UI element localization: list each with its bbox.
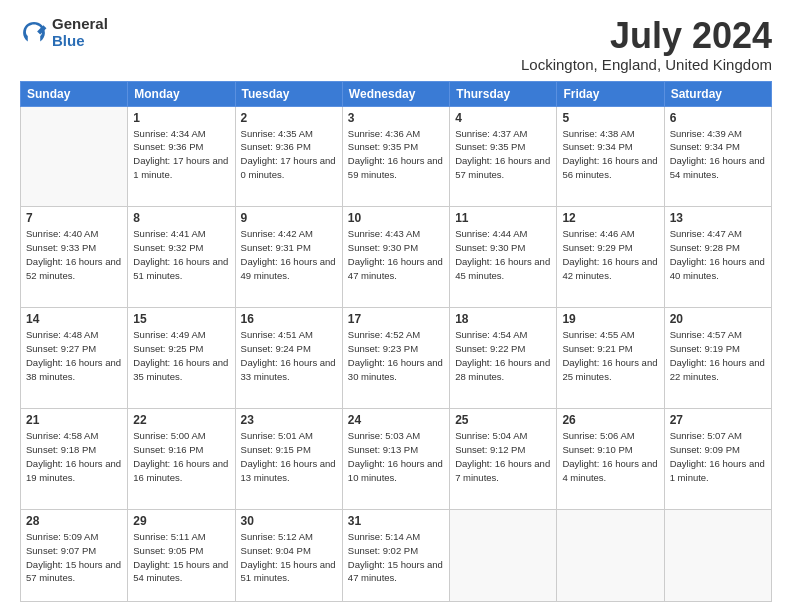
calendar-cell-w3-d1: 14Sunrise: 4:48 AM Sunset: 9:27 PM Dayli… xyxy=(21,308,128,409)
calendar-cell-w3-d6: 19Sunrise: 4:55 AM Sunset: 9:21 PM Dayli… xyxy=(557,308,664,409)
day-number: 26 xyxy=(562,413,658,427)
day-info: Sunrise: 4:35 AM Sunset: 9:36 PM Dayligh… xyxy=(241,127,337,182)
day-number: 16 xyxy=(241,312,337,326)
day-number: 7 xyxy=(26,211,122,225)
calendar-cell-w1-d1 xyxy=(21,106,128,207)
day-number: 1 xyxy=(133,111,229,125)
calendar-cell-w3-d5: 18Sunrise: 4:54 AM Sunset: 9:22 PM Dayli… xyxy=(450,308,557,409)
calendar-cell-w2-d2: 8Sunrise: 4:41 AM Sunset: 9:32 PM Daylig… xyxy=(128,207,235,308)
day-number: 21 xyxy=(26,413,122,427)
calendar-cell-w2-d6: 12Sunrise: 4:46 AM Sunset: 9:29 PM Dayli… xyxy=(557,207,664,308)
calendar-cell-w3-d2: 15Sunrise: 4:49 AM Sunset: 9:25 PM Dayli… xyxy=(128,308,235,409)
day-number: 2 xyxy=(241,111,337,125)
day-info: Sunrise: 4:58 AM Sunset: 9:18 PM Dayligh… xyxy=(26,429,122,484)
day-info: Sunrise: 4:54 AM Sunset: 9:22 PM Dayligh… xyxy=(455,328,551,383)
day-number: 6 xyxy=(670,111,766,125)
calendar-cell-w2-d5: 11Sunrise: 4:44 AM Sunset: 9:30 PM Dayli… xyxy=(450,207,557,308)
day-info: Sunrise: 4:47 AM Sunset: 9:28 PM Dayligh… xyxy=(670,227,766,282)
calendar-cell-w1-d5: 4Sunrise: 4:37 AM Sunset: 9:35 PM Daylig… xyxy=(450,106,557,207)
calendar-cell-w4-d6: 26Sunrise: 5:06 AM Sunset: 9:10 PM Dayli… xyxy=(557,409,664,510)
calendar-cell-w1-d4: 3Sunrise: 4:36 AM Sunset: 9:35 PM Daylig… xyxy=(342,106,449,207)
calendar-cell-w4-d4: 24Sunrise: 5:03 AM Sunset: 9:13 PM Dayli… xyxy=(342,409,449,510)
calendar-table: Sunday Monday Tuesday Wednesday Thursday… xyxy=(20,81,772,602)
calendar-cell-w5-d5 xyxy=(450,510,557,602)
day-number: 18 xyxy=(455,312,551,326)
day-number: 31 xyxy=(348,514,444,528)
day-info: Sunrise: 4:46 AM Sunset: 9:29 PM Dayligh… xyxy=(562,227,658,282)
day-number: 29 xyxy=(133,514,229,528)
day-info: Sunrise: 5:03 AM Sunset: 9:13 PM Dayligh… xyxy=(348,429,444,484)
calendar-cell-w5-d7 xyxy=(664,510,771,602)
day-info: Sunrise: 4:55 AM Sunset: 9:21 PM Dayligh… xyxy=(562,328,658,383)
day-number: 24 xyxy=(348,413,444,427)
page: General Blue July 2024 Lockington, Engla… xyxy=(0,0,792,612)
day-number: 19 xyxy=(562,312,658,326)
day-number: 3 xyxy=(348,111,444,125)
header-monday: Monday xyxy=(128,81,235,106)
logo-general-text: General xyxy=(52,16,108,33)
calendar-cell-w5-d1: 28Sunrise: 5:09 AM Sunset: 9:07 PM Dayli… xyxy=(21,510,128,602)
calendar-cell-w2-d7: 13Sunrise: 4:47 AM Sunset: 9:28 PM Dayli… xyxy=(664,207,771,308)
day-info: Sunrise: 5:14 AM Sunset: 9:02 PM Dayligh… xyxy=(348,530,444,585)
day-info: Sunrise: 4:37 AM Sunset: 9:35 PM Dayligh… xyxy=(455,127,551,182)
day-number: 23 xyxy=(241,413,337,427)
day-number: 5 xyxy=(562,111,658,125)
logo-blue-text: Blue xyxy=(52,33,108,50)
calendar-cell-w5-d2: 29Sunrise: 5:11 AM Sunset: 9:05 PM Dayli… xyxy=(128,510,235,602)
week-row-5: 28Sunrise: 5:09 AM Sunset: 9:07 PM Dayli… xyxy=(21,510,772,602)
day-number: 25 xyxy=(455,413,551,427)
day-number: 12 xyxy=(562,211,658,225)
day-number: 15 xyxy=(133,312,229,326)
week-row-1: 1Sunrise: 4:34 AM Sunset: 9:36 PM Daylig… xyxy=(21,106,772,207)
calendar-cell-w1-d7: 6Sunrise: 4:39 AM Sunset: 9:34 PM Daylig… xyxy=(664,106,771,207)
calendar-header-row: Sunday Monday Tuesday Wednesday Thursday… xyxy=(21,81,772,106)
day-info: Sunrise: 4:44 AM Sunset: 9:30 PM Dayligh… xyxy=(455,227,551,282)
calendar-cell-w1-d2: 1Sunrise: 4:34 AM Sunset: 9:36 PM Daylig… xyxy=(128,106,235,207)
day-info: Sunrise: 5:01 AM Sunset: 9:15 PM Dayligh… xyxy=(241,429,337,484)
day-info: Sunrise: 5:06 AM Sunset: 9:10 PM Dayligh… xyxy=(562,429,658,484)
day-number: 17 xyxy=(348,312,444,326)
day-info: Sunrise: 4:52 AM Sunset: 9:23 PM Dayligh… xyxy=(348,328,444,383)
day-info: Sunrise: 4:48 AM Sunset: 9:27 PM Dayligh… xyxy=(26,328,122,383)
day-info: Sunrise: 4:34 AM Sunset: 9:36 PM Dayligh… xyxy=(133,127,229,182)
calendar-cell-w5-d4: 31Sunrise: 5:14 AM Sunset: 9:02 PM Dayli… xyxy=(342,510,449,602)
title-area: July 2024 Lockington, England, United Ki… xyxy=(521,16,772,73)
subtitle: Lockington, England, United Kingdom xyxy=(521,56,772,73)
day-number: 4 xyxy=(455,111,551,125)
day-info: Sunrise: 5:12 AM Sunset: 9:04 PM Dayligh… xyxy=(241,530,337,585)
header-friday: Friday xyxy=(557,81,664,106)
day-info: Sunrise: 4:57 AM Sunset: 9:19 PM Dayligh… xyxy=(670,328,766,383)
calendar-cell-w4-d7: 27Sunrise: 5:07 AM Sunset: 9:09 PM Dayli… xyxy=(664,409,771,510)
day-info: Sunrise: 4:42 AM Sunset: 9:31 PM Dayligh… xyxy=(241,227,337,282)
day-info: Sunrise: 5:09 AM Sunset: 9:07 PM Dayligh… xyxy=(26,530,122,585)
calendar-cell-w5-d3: 30Sunrise: 5:12 AM Sunset: 9:04 PM Dayli… xyxy=(235,510,342,602)
week-row-3: 14Sunrise: 4:48 AM Sunset: 9:27 PM Dayli… xyxy=(21,308,772,409)
day-info: Sunrise: 5:11 AM Sunset: 9:05 PM Dayligh… xyxy=(133,530,229,585)
header-tuesday: Tuesday xyxy=(235,81,342,106)
day-info: Sunrise: 4:51 AM Sunset: 9:24 PM Dayligh… xyxy=(241,328,337,383)
header-thursday: Thursday xyxy=(450,81,557,106)
day-info: Sunrise: 4:41 AM Sunset: 9:32 PM Dayligh… xyxy=(133,227,229,282)
day-info: Sunrise: 4:49 AM Sunset: 9:25 PM Dayligh… xyxy=(133,328,229,383)
day-number: 9 xyxy=(241,211,337,225)
calendar-cell-w3-d4: 17Sunrise: 4:52 AM Sunset: 9:23 PM Dayli… xyxy=(342,308,449,409)
calendar-cell-w2-d3: 9Sunrise: 4:42 AM Sunset: 9:31 PM Daylig… xyxy=(235,207,342,308)
day-info: Sunrise: 4:39 AM Sunset: 9:34 PM Dayligh… xyxy=(670,127,766,182)
header: General Blue July 2024 Lockington, Engla… xyxy=(20,16,772,73)
logo-text: General Blue xyxy=(52,16,108,49)
calendar-cell-w4-d3: 23Sunrise: 5:01 AM Sunset: 9:15 PM Dayli… xyxy=(235,409,342,510)
day-number: 13 xyxy=(670,211,766,225)
logo: General Blue xyxy=(20,16,108,49)
week-row-2: 7Sunrise: 4:40 AM Sunset: 9:33 PM Daylig… xyxy=(21,207,772,308)
day-number: 30 xyxy=(241,514,337,528)
main-title: July 2024 xyxy=(521,16,772,56)
header-wednesday: Wednesday xyxy=(342,81,449,106)
day-number: 14 xyxy=(26,312,122,326)
day-number: 22 xyxy=(133,413,229,427)
day-info: Sunrise: 5:07 AM Sunset: 9:09 PM Dayligh… xyxy=(670,429,766,484)
day-info: Sunrise: 4:38 AM Sunset: 9:34 PM Dayligh… xyxy=(562,127,658,182)
calendar-cell-w3-d7: 20Sunrise: 4:57 AM Sunset: 9:19 PM Dayli… xyxy=(664,308,771,409)
day-number: 10 xyxy=(348,211,444,225)
logo-icon xyxy=(20,19,48,47)
day-number: 11 xyxy=(455,211,551,225)
